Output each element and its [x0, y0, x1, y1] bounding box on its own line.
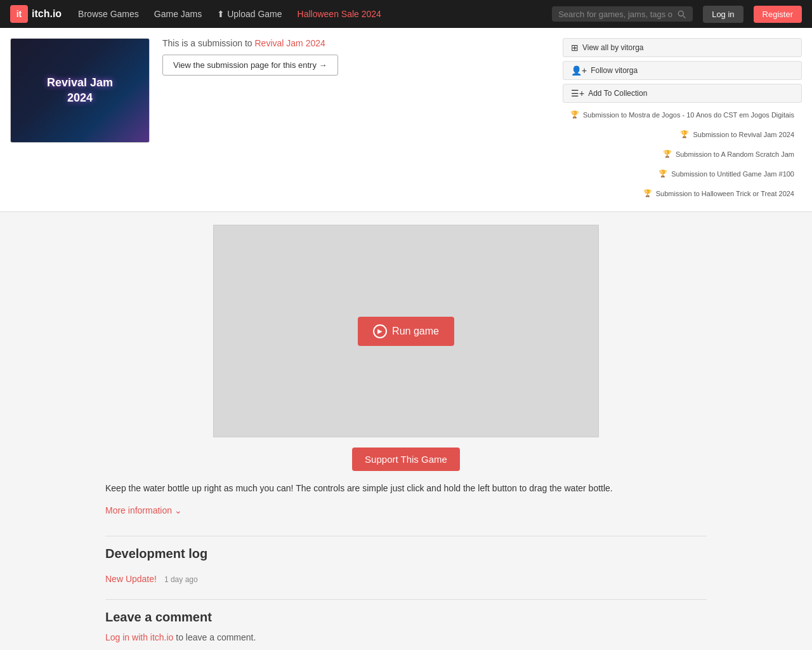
devlog-time-0: 1 day ago [164, 575, 198, 584]
add-to-collection-button[interactable]: ☰+ Add To Collection [563, 84, 802, 103]
upload-icon: ⬆ [217, 9, 227, 19]
devlog-entry-0: New Update! 1 day ago [105, 569, 707, 589]
jam-icon-0: 🏆 [570, 110, 579, 119]
jam-icon-4: 🏆 [643, 189, 652, 197]
search-icon [676, 9, 686, 19]
follow-button[interactable]: 👤+ Follow vitorga [563, 61, 802, 80]
register-button[interactable]: Register [754, 6, 802, 23]
comment-heading: Leave a comment [105, 599, 707, 632]
comment-login-text: Log in with itch.io to leave a comment. [105, 632, 707, 642]
more-information-link[interactable]: More information ⌄ [105, 505, 707, 531]
comment-login-link[interactable]: Log in with itch.io [105, 632, 173, 642]
play-icon: ▶ [373, 324, 387, 338]
logo-text: itch.io [32, 8, 62, 20]
login-button[interactable]: Log in [703, 6, 743, 23]
right-sidebar: ⊞ View all by vitorga 👤+ Follow vitorga … [563, 38, 802, 201]
top-section: Revival Jam2024 This is a submission to … [0, 28, 812, 212]
jam-submission-3[interactable]: 🏆 Submission to Untitled Game Jam #100 [563, 166, 802, 182]
chevron-down-icon: ⌄ [174, 505, 182, 515]
view-all-button[interactable]: ⊞ View all by vitorga [563, 38, 802, 57]
view-submission-button[interactable]: View the submission page for this entry … [162, 55, 338, 76]
game-frame: ▶ Run game [213, 225, 599, 437]
nav-links: Browse Games Game Jams ⬆ Upload Game Hal… [72, 5, 388, 23]
thumbnail-text: Revival Jam2024 [47, 76, 113, 105]
game-frame-area: ▶ Run game Support This Game [105, 212, 707, 481]
jam-icon-3: 🏆 [658, 169, 667, 178]
game-description: Keep the water bottle up right as much y… [105, 481, 664, 505]
logo-icon: it [10, 5, 28, 23]
jam-submission-4[interactable]: 🏆 Submission to Halloween Trick or Treat… [563, 185, 802, 201]
submission-text: This is a submission to Revival Jam 2024 [162, 38, 550, 48]
devlog-link-0[interactable]: New Update! [105, 574, 157, 584]
logo-link[interactable]: it itch.io [10, 5, 62, 23]
revival-jam-link[interactable]: Revival Jam 2024 [255, 38, 325, 48]
jam-submission-0[interactable]: 🏆 Submission to Mostra de Jogos - 10 Ano… [563, 107, 802, 123]
run-game-button[interactable]: ▶ Run game [358, 317, 454, 346]
jam-icon-2: 🏆 [663, 150, 672, 158]
navbar: it itch.io Browse Games Game Jams ⬆ Uplo… [0, 0, 812, 28]
game-info: This is a submission to Revival Jam 2024… [162, 38, 550, 76]
jam-submission-2[interactable]: 🏆 Submission to A Random Scratch Jam [563, 146, 802, 162]
grid-icon: ⊞ [571, 43, 579, 53]
jam-submission-1[interactable]: 🏆 Submission to Revival Jam 2024 [563, 126, 802, 142]
nav-halloween-sale[interactable]: Halloween Sale 2024 [291, 5, 388, 23]
nav-game-jams[interactable]: Game Jams [148, 5, 208, 23]
jam-icon-1: 🏆 [680, 130, 689, 138]
nav-browse-games[interactable]: Browse Games [72, 5, 145, 23]
collection-icon: ☰+ [571, 88, 584, 98]
support-game-button[interactable]: Support This Game [352, 448, 460, 471]
search-input[interactable] [558, 10, 672, 19]
person-add-icon: 👤+ [571, 65, 587, 76]
search-box [552, 6, 693, 22]
nav-upload-game[interactable]: ⬆ Upload Game [211, 5, 288, 23]
game-thumbnail: Revival Jam2024 [10, 38, 150, 143]
comment-section: Leave a comment Log in with itch.io to l… [105, 589, 707, 650]
devlog-heading: Development log [105, 536, 707, 569]
main-content: ▶ Run game Support This Game Keep the wa… [0, 212, 812, 650]
